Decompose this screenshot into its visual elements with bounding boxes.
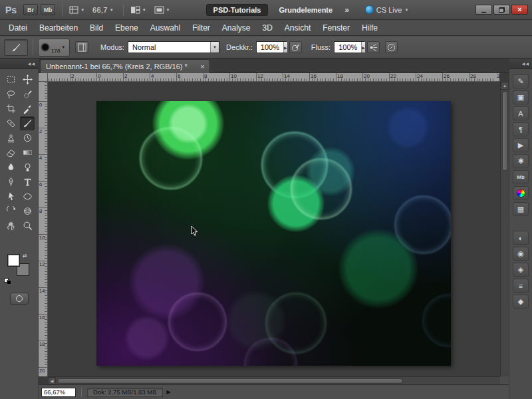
menu-filter[interactable]: Filter — [186, 21, 216, 36]
default-colors-icon[interactable] — [4, 278, 11, 285]
collapse-icon: ◀◀ — [28, 61, 35, 66]
menu-analyse[interactable]: Analyse — [216, 21, 257, 36]
panel-icon-actions[interactable]: ▶ — [513, 138, 529, 152]
panel-icon-character[interactable]: A — [513, 106, 529, 120]
swap-colors-icon[interactable]: ⇄ — [23, 253, 27, 259]
menu-3d[interactable]: 3D — [257, 21, 279, 36]
toggle-brush-panel-button[interactable] — [75, 41, 88, 53]
tool-quick-selection[interactable] — [20, 87, 35, 101]
tool-clone-stamp[interactable] — [3, 131, 18, 145]
status-zoom-field[interactable]: 66,67% — [41, 388, 76, 397]
tool-dodge[interactable] — [20, 160, 35, 174]
menu-auswahl[interactable]: Auswahl — [144, 21, 186, 36]
panel-icon-masks[interactable]: ◐ — [513, 231, 529, 245]
menu-fenster[interactable]: Fenster — [317, 21, 356, 36]
tool-eraser[interactable] — [3, 146, 18, 160]
bokeh-circle — [422, 294, 451, 347]
opacity-field[interactable]: 100% ▶ — [256, 41, 287, 53]
foreground-color-swatch[interactable] — [7, 254, 20, 267]
tool-crop[interactable] — [3, 102, 18, 116]
tool-spot-healing[interactable] — [3, 116, 18, 130]
blend-mode-dropdown[interactable]: Normal ▼ — [128, 41, 219, 53]
tool-move[interactable] — [20, 72, 35, 86]
tool-brush[interactable] — [20, 116, 35, 130]
panel-icon-tool-presets[interactable]: ✱ — [513, 154, 529, 168]
deckkraft-label: Deckkr.: — [226, 43, 253, 51]
tool-rectangular-marquee[interactable] — [3, 72, 18, 86]
menu-hilfe[interactable]: Hilfe — [356, 21, 384, 36]
tool-path-selection[interactable] — [3, 190, 18, 203]
bokeh-circle — [168, 293, 227, 351]
vertical-scroll-thumb[interactable] — [502, 91, 508, 171]
pressure-opacity-button[interactable] — [289, 41, 302, 53]
tool-ellipse-shape[interactable] — [20, 190, 35, 203]
launch-bridge-button[interactable]: Br — [23, 4, 38, 15]
panel-icon-swatches[interactable]: ▦ — [513, 202, 529, 216]
ruler-h-label: 0 — [98, 73, 100, 79]
panel-icon-adjustments[interactable]: ◉ — [513, 247, 529, 261]
color-swatches: ⇄ — [0, 253, 39, 287]
scroll-left-icon[interactable]: ◀ — [48, 377, 56, 384]
tool-type[interactable] — [20, 175, 35, 189]
ruler-horizontal[interactable]: 2024681012141618202224262830 — [48, 73, 499, 82]
arrange-documents-button[interactable]: ▼ — [128, 5, 149, 15]
panel-icon-clone-source[interactable]: ▣ — [513, 90, 529, 104]
ruler-vertical[interactable]: 02468101214161820 — [39, 82, 48, 376]
minimize-button[interactable]: ▁ — [475, 5, 492, 15]
panel-icon-paragraph[interactable]: ¶ — [513, 122, 529, 136]
tab-close-icon[interactable]: × — [198, 63, 207, 71]
workspace-overflow-button[interactable]: » — [338, 5, 356, 15]
menu-datei[interactable]: Datei — [3, 21, 33, 36]
brush-preset-picker[interactable]: 178 ▼ — [38, 39, 70, 57]
menu-bild[interactable]: Bild — [84, 21, 109, 36]
tool-blur[interactable] — [3, 160, 18, 174]
canvas-viewport[interactable] — [48, 82, 500, 376]
panel-icon-brush-panel[interactable]: ✎ — [513, 74, 529, 88]
tool-3d-rotate[interactable] — [3, 204, 18, 218]
tool-preset-picker[interactable] — [4, 39, 28, 56]
screen-mode-button[interactable]: ▼ — [152, 5, 173, 15]
panels-dock-header[interactable]: ◀◀ — [509, 59, 532, 69]
panel-icon-color[interactable] — [513, 186, 529, 200]
bokeh-circle — [338, 229, 418, 309]
menu-ebene[interactable]: Ebene — [109, 21, 144, 36]
tools-dock-header[interactable]: ◀◀ — [0, 59, 38, 69]
scroll-up-icon[interactable]: ▲ — [501, 82, 509, 90]
launch-mini-bridge-button[interactable]: Mb — [41, 4, 55, 15]
tool-gradient[interactable] — [20, 146, 35, 160]
tool-zoom[interactable] — [20, 219, 35, 233]
panel-icon-styles[interactable]: ◈ — [513, 263, 529, 277]
workspace-active-button[interactable]: PSD-Tutorials — [206, 4, 269, 16]
horizontal-scroll-thumb[interactable] — [57, 378, 403, 384]
tool-lasso[interactable] — [3, 87, 18, 101]
ruler-origin-box[interactable] — [39, 73, 48, 82]
quick-mask-button[interactable] — [10, 293, 29, 305]
view-extras-icon — [69, 6, 78, 14]
tool-hand[interactable] — [3, 219, 18, 233]
pressure-size-button[interactable] — [385, 41, 398, 53]
workspace-next-button[interactable]: Grundelemente — [273, 6, 338, 14]
tool-3d-orbit[interactable] — [20, 204, 35, 218]
status-flyout-button[interactable]: ▶ — [164, 388, 174, 397]
tool-history-brush[interactable] — [20, 131, 35, 145]
panel-icon-layer-comps[interactable]: ≡ — [513, 279, 529, 293]
document-tab[interactable]: Unbenannt-1 bei 66,7% (Kreis 2, RGB/16) … — [40, 59, 210, 73]
tool-pen[interactable] — [3, 175, 18, 189]
ruler-h-label: 20 — [364, 73, 370, 79]
brush-tip-preview-icon — [41, 43, 50, 52]
panel-icon-info[interactable]: ◆ — [513, 295, 529, 309]
horizontal-scrollbar[interactable]: ◀ — [48, 376, 500, 384]
menu-bearbeiten[interactable]: Bearbeiten — [33, 21, 84, 36]
zoom-level-button[interactable]: 66,7 ▼ — [90, 5, 116, 15]
panel-icon-mini-bridge[interactable]: Mb — [513, 170, 529, 184]
menu-ansicht[interactable]: Ansicht — [279, 21, 317, 36]
airbrush-button[interactable] — [367, 41, 380, 53]
canvas-image[interactable] — [96, 101, 451, 366]
cs-live-button[interactable]: CS Live ▼ — [365, 5, 408, 14]
vertical-scrollbar[interactable]: ▲ — [500, 82, 509, 376]
view-extras-button[interactable]: ▼ — [66, 5, 87, 15]
flow-field[interactable]: 100% ▶ — [334, 41, 364, 53]
restore-button[interactable] — [493, 5, 510, 15]
tool-eyedropper[interactable] — [20, 102, 35, 116]
close-button[interactable]: × — [511, 5, 528, 15]
